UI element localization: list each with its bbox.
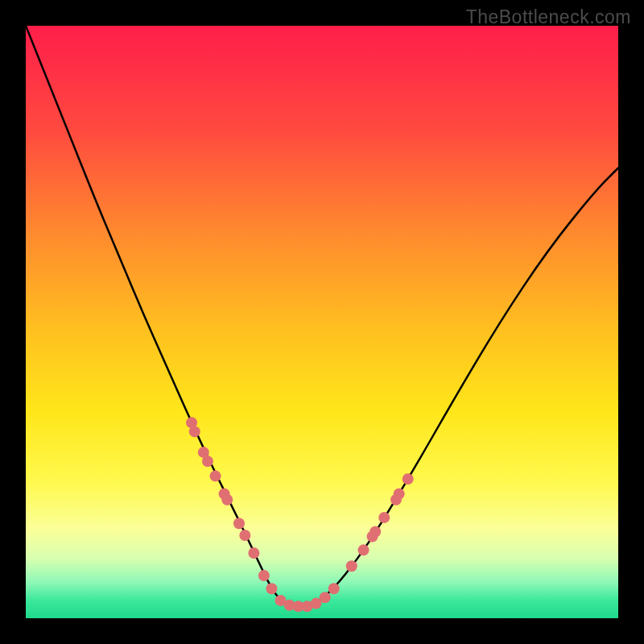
chart-svg <box>26 26 618 618</box>
bottleneck-curve <box>26 26 618 606</box>
data-marker <box>266 583 277 594</box>
data-marker <box>258 570 270 581</box>
chart-frame: TheBottleneck.com <box>0 0 644 644</box>
data-marker <box>402 473 414 485</box>
data-marker <box>189 426 200 437</box>
data-marker <box>394 488 405 499</box>
data-marker <box>328 583 340 594</box>
data-marker <box>346 560 357 572</box>
data-marker <box>202 456 213 467</box>
data-marker <box>358 544 369 555</box>
data-marker <box>239 530 250 541</box>
plot-area <box>26 26 618 618</box>
data-marker <box>378 512 390 523</box>
data-marker <box>233 518 245 529</box>
watermark-text: TheBottleneck.com <box>466 6 631 28</box>
data-marker <box>221 494 233 506</box>
data-marker <box>320 592 331 603</box>
data-marker <box>369 526 381 538</box>
data-marker <box>248 547 259 559</box>
data-marker <box>210 470 221 481</box>
